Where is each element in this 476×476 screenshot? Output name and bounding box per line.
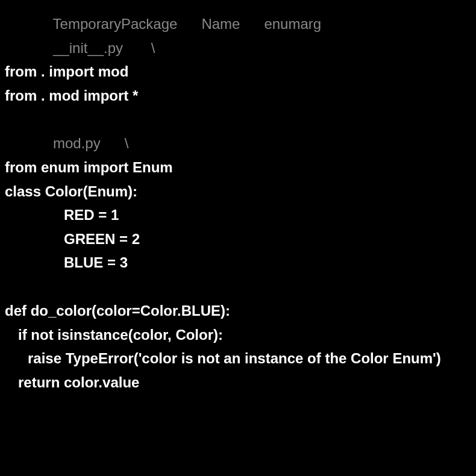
code-line: raise TypeError('color is not an instanc… <box>5 346 471 371</box>
code-line: def do_color(color=Color.BLUE): <box>5 299 471 323</box>
mod-file-line: mod.py \ <box>5 131 471 155</box>
code-line: if not isinstance(color, Color): <box>5 323 471 347</box>
header-line-1: TemporaryPackage Name enumarg <box>5 12 471 36</box>
name-key-label: Name <box>201 16 240 32</box>
code-line: from . mod import * <box>5 84 471 108</box>
code-line: from . import mod <box>5 60 471 84</box>
blank-line <box>5 275 471 299</box>
code-line: return color.value <box>5 371 471 395</box>
header-line-2: __init__.py \ <box>5 36 471 60</box>
mod-file-label: mod.py <box>53 135 101 151</box>
code-line: GREEN = 2 <box>5 227 471 251</box>
code-line: from enum import Enum <box>5 155 471 180</box>
temporary-package-label: TemporaryPackage <box>53 16 178 32</box>
code-line: BLUE = 3 <box>5 251 471 275</box>
code-line: class Color(Enum): <box>5 180 471 204</box>
name-value: enumarg <box>264 16 321 32</box>
code-line: RED = 1 <box>5 203 471 227</box>
blank-line <box>5 107 471 131</box>
init-file-label: __init__.py <box>53 40 123 56</box>
